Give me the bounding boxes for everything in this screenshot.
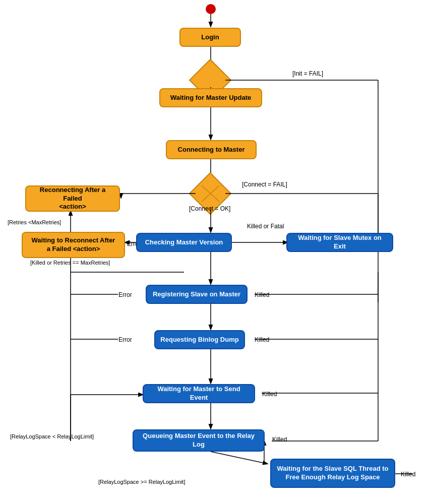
label-connect-fail: [Connect = FAIL] [242,181,287,188]
connecting-to-master-node: Connecting to Master [166,140,257,159]
login-node: Login [179,28,241,47]
diagram-container: [Init = Ok] [Init = FAIL] [Connect = FAI… [0,0,429,504]
label-killed-retries: [Killed or Retries == MaxRetries] [30,260,110,266]
start-circle [206,4,216,14]
waiting-master-update-node: Waiting for Master Update [159,88,262,107]
label-relay-less: [RelayLogSpace < RelayLogLimit] [10,433,94,439]
label-relay-gte: [RelayLogSpace >= RelayLogLimit] [98,479,185,485]
label-killed-qme: Killed [272,436,287,443]
checking-master-version-node: Checking Master Version [136,233,232,252]
waiting-reconnect-node: Waiting to Reconnect Aftera Failed <acti… [22,232,125,258]
waiting-master-event-node: Waiting for Master to Send Event [143,384,255,403]
slave-mutex-node: Waiting for Slave Mutex on Exit [286,233,393,252]
label-killed-fatal: Killed or Fatal [247,223,284,230]
label-killed-rs: Killed [255,291,269,298]
label-killed-wsql: Killed [401,471,415,478]
label-killed-rb: Killed [255,336,269,343]
reconnecting-failed-node: Reconnecting After a Failed<action> [25,185,120,212]
label-connect-ok: [Connect = OK] [189,205,230,212]
waiting-sql-thread-node: Waiting for the Slave SQL Thread toFree … [270,459,395,488]
queueing-master-node: Queueing Master Event to the Relay Log [133,429,265,452]
label-error-rb: Error [118,336,132,343]
label-init-fail: [Init = FAIL] [292,70,323,77]
line-qme-wsql [211,452,267,464]
registering-slave-node: Registering Slave on Master [146,285,248,304]
label-killed-wmse: Killed [262,391,277,398]
label-error-rs: Error [118,291,132,298]
label-retries: [Retries <MaxRetries] [8,219,61,225]
requesting-binlog-node: Requesting Binlog Dump [154,330,245,349]
